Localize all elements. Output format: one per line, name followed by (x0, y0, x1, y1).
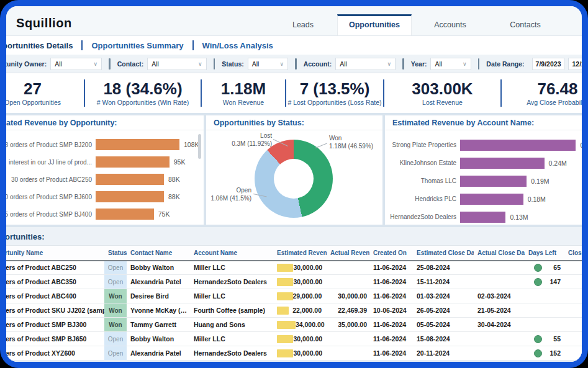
cell-name: orders of Product SKU JJ202 (sample) (6, 303, 104, 318)
bar-row: 25 orders of Product SMP BJ40075K (6, 205, 204, 223)
cell-account: Miller LLC (190, 261, 273, 275)
dashboard-panel: Squillion Leads Opportunities Accounts C… (6, 6, 582, 362)
bar-value-label: 88K (168, 176, 180, 183)
slice-name: Lost (232, 132, 272, 140)
table-row[interactable]: orders of Product XYZ600OpenAlexandria P… (6, 346, 582, 361)
tab-leads[interactable]: Leads (269, 14, 337, 35)
year-filter-dropdown[interactable]: All∨ (430, 58, 471, 70)
filter-separator (295, 58, 297, 70)
status-filter-dropdown[interactable]: All∨ (248, 58, 288, 70)
bar-value-label: 0.33M (580, 141, 582, 149)
column-header-status[interactable]: Status (104, 246, 127, 261)
bar[interactable] (96, 139, 179, 150)
kpi-value: 303.00K (412, 81, 473, 97)
cell-name: orders of Product ABC350 (6, 275, 104, 289)
owner-filter-dropdown[interactable]: All∨ (50, 58, 102, 70)
donut-chart[interactable] (255, 140, 333, 218)
cell-actclose: 21-05-2024 (474, 303, 525, 318)
subnav-win-loss-analysis[interactable]: Win/Loss Analysis (202, 41, 273, 50)
status-filter-value: All (252, 60, 260, 68)
status-badge: Open (104, 332, 127, 346)
tab-contacts[interactable]: Contacts (489, 14, 562, 35)
cell-name: orders of Product SMP BJ650 (6, 332, 104, 346)
table-row[interactable]: orders of Product SMP BJ650OpenBobby Wal… (6, 332, 582, 346)
chart-scrollbar[interactable] (198, 134, 201, 159)
bar[interactable] (460, 158, 545, 169)
column-header-account-name[interactable]: Account Name (190, 246, 273, 261)
cell-contact: Bobby Walton (127, 332, 190, 346)
bar-row: HernandezSoto Dealers0.13M (385, 208, 582, 226)
table-row[interactable]: orders of Product ABC250OpenBobby Walton… (6, 261, 582, 275)
kpi-avg-close-probability: 76.48 Avg Close Probability (502, 81, 582, 106)
bar[interactable] (96, 191, 164, 202)
contact-filter-dropdown[interactable]: All∨ (147, 58, 206, 70)
subnav-opportunities-details[interactable]: Opportunities Details (6, 41, 73, 50)
days-left-indicator-icon (534, 349, 542, 357)
column-header-actual-close-date[interactable]: Actual Close Date (474, 246, 525, 261)
window-frame: Squillion Leads Opportunities Accounts C… (0, 0, 588, 368)
filter-bar: Opportunity Owner: All∨ Contact: All∨ St… (6, 55, 582, 73)
bar[interactable] (96, 209, 154, 220)
cell-status: Open (104, 261, 127, 275)
estimated-revenue-value: 30,000.00 (293, 278, 325, 285)
cell-days (525, 289, 564, 303)
estimated-revenue-value: 29,000.00 (293, 292, 325, 300)
column-header-estimated-close-date[interactable]: Estimated Close Date (413, 246, 474, 261)
column-header-days-left[interactable]: Days Left (525, 246, 564, 261)
cell-actclose (474, 332, 525, 346)
table-row[interactable]: orders of Product SKU JJ202 (sample)WonY… (6, 303, 582, 318)
chart-title: Estimated Revenue by Account Name: (385, 115, 582, 130)
filter-separator (478, 58, 480, 70)
bar[interactable] (96, 156, 170, 168)
cell-actclose: 02-03-2024 (474, 289, 525, 303)
table-row[interactable]: orders of Product SMP BJ300WonTammy Garr… (6, 318, 582, 332)
bar-category-label: Hendricks PLC (385, 195, 456, 202)
cell-name: orders of Product ABC400 (6, 289, 104, 303)
bar[interactable] (460, 212, 505, 223)
bar[interactable] (96, 174, 164, 185)
status-badge: Won (104, 303, 127, 317)
cell-days: 65 (525, 261, 564, 275)
bar-row: 40 orders of Product SMP BJ60088K (6, 188, 204, 205)
table-row[interactable]: orders of Product ABC350OpenAlexandria P… (6, 275, 582, 289)
bar-row: Hendricks PLC0.18M (385, 190, 582, 208)
screenshot-canvas: Squillion Leads Opportunities Accounts C… (0, 0, 588, 368)
bar-category-label: Strong Plate Properties (385, 141, 456, 148)
cell-actual: 22,469.39 (327, 303, 369, 318)
cell-estclose: 01-03-2024 (413, 289, 474, 303)
date-range-end-input[interactable]: 12/12/2024 (568, 58, 582, 70)
cell-estclose: 25-08-2024 (413, 261, 474, 275)
cell-name: orders of Product ABC250 (6, 261, 104, 275)
bar[interactable] (460, 140, 576, 151)
cell-prob (564, 261, 582, 275)
estimated-revenue-value: 30,000.00 (293, 264, 325, 271)
column-header-close-probability[interactable]: Close Probability (564, 246, 582, 261)
cell-actclose (474, 275, 525, 289)
cell-est: 29,000.00 (273, 289, 327, 303)
account-filter-dropdown[interactable]: All∨ (335, 58, 396, 70)
bar[interactable] (460, 194, 523, 205)
slice-name: Open (210, 186, 251, 194)
cell-status: Open (104, 346, 127, 361)
column-header-opportunity-name[interactable]: Opportunity Name (6, 246, 104, 261)
subnav-opportunities-summary[interactable]: Opportunities Summary (91, 41, 183, 50)
revenue-by-account-chart: Estimated Revenue by Account Name: Stron… (385, 115, 582, 225)
owner-filter-label: Opportunity Owner: (6, 60, 47, 68)
column-header-contact-name[interactable]: Contact Name (127, 246, 190, 261)
tab-opportunities[interactable]: Opportunities (337, 14, 412, 35)
bar[interactable] (460, 176, 527, 187)
column-header-estimated-revenue[interactable]: Estimated Revenue (273, 246, 327, 261)
bar-value-label: 108K (184, 141, 199, 148)
table-row[interactable]: orders of Product ABC400WonDesiree BirdM… (6, 289, 582, 303)
status-filter-label: Status: (222, 60, 244, 68)
date-range-start-input[interactable]: 7/9/2023 (532, 58, 565, 70)
column-header-actual-revenue[interactable]: Actual Revenue (327, 246, 369, 261)
bar-value-label: 0.19M (531, 177, 549, 185)
revenue-data-bar (277, 335, 293, 343)
column-header-created-on[interactable]: Created On (369, 246, 413, 261)
chevron-down-icon: ∨ (279, 61, 284, 67)
bar-chart-body: Strong Plate Properties0.33MKlineJohnson… (385, 130, 582, 226)
slice-value: 0.3M (11.92%) (232, 140, 272, 148)
tab-accounts[interactable]: Accounts (412, 14, 489, 35)
cell-created: 11-06-2024 (369, 332, 413, 346)
